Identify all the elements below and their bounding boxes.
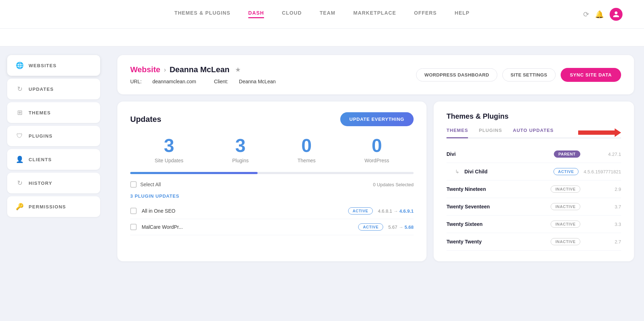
theme-row-twenty-sixteen: Twenty Sixteen INACTIVE 3.3 [447,216,621,233]
user-avatar[interactable] [610,8,623,21]
theme-row-twenty-nineteen: Twenty Nineteen INACTIVE 2.9 [447,181,621,198]
nav-help[interactable]: HELP [455,10,470,18]
nav-offers[interactable]: OFFERS [414,10,437,18]
theme-version-twenty-twenty: 2.7 [585,239,621,245]
panels-row: Updates UPDATE EVERYTHING 3 Site Updates… [117,102,634,261]
theme-name-twenty-sixteen: Twenty Sixteen [447,221,546,227]
breadcrumb-name: Deanna McLean [170,65,230,74]
sub-nav [0,29,644,46]
plugin-checkbox-aio[interactable] [130,208,137,214]
plugin-badge-malcare: ACTIVE [358,223,383,231]
theme-version-twenty-sixteen: 3.3 [585,222,621,227]
nav-cloud[interactable]: CLOUD [282,10,302,18]
sidebar-label-updates: UPDATES [29,87,54,92]
plugin-row-aio: All in One SEO ACTIVE 4.6.8.1 → 4.6.9.1 [130,203,414,219]
tab-auto-updates[interactable]: AUTO UPDATES [513,128,554,138]
sidebar-label-plugins: PLUGINS [29,133,53,139]
stat-label-wordpress: WordPress [365,158,389,163]
tab-themes[interactable]: THEMES [447,128,468,138]
star-icon[interactable]: ★ [235,66,241,74]
clients-icon: 👤 [16,155,24,163]
theme-name-twenty-twenty: Twenty Twenty [447,239,546,245]
site-settings-button[interactable]: SITE SETTINGS [502,68,556,82]
sidebar: 🌐 WEBSITES ↻ UPDATES ⊞ THEMES 🛡 PLUGINS … [0,46,107,321]
top-nav-right: ⟳ 🔔 [583,8,623,21]
updates-icon: ↻ [16,85,24,93]
page-header-left: Website › Deanna McLean ★ URL: deannamcl… [130,65,276,84]
stat-label-themes: Themes [298,158,316,163]
sidebar-item-permissions[interactable]: 🔑 PERMISSIONS [7,196,100,217]
theme-version-divi-child: 4.5.6.1597771821 [584,169,621,174]
stat-label-plugins: Plugins [232,158,249,163]
websites-icon: 🌐 [16,61,24,69]
page-header: Website › Deanna McLean ★ URL: deannamcl… [117,55,634,94]
theme-name-twenty-seventeen: Twenty Seventeen [447,204,546,209]
nav-team[interactable]: TEAM [319,10,335,18]
breadcrumb-arrow: › [164,66,166,74]
themes-plugins-panel: Themes & Plugins THEMES PLUGINS AUTO UPD… [434,102,634,261]
breadcrumb-website[interactable]: Website [130,65,160,74]
history-icon: ↻ [16,179,24,187]
page-header-right: WORDPRESS DASHBOARD SITE SETTINGS SYNC S… [416,68,621,82]
progress-bar-fill [130,172,258,174]
nav-dash[interactable]: DASH [248,10,264,18]
plugin-name-malcare: MalCare WordPr... [142,224,353,230]
plugin-row-malcare: MalCare WordPr... ACTIVE 5.67 → 5.68 [130,219,414,235]
plugin-version-malcare: 5.67 → 5.68 [388,224,414,230]
stats-row: 3 Site Updates 3 Plugins 0 Themes 0 Word… [130,136,414,163]
url-label: URL: [130,79,142,84]
sidebar-label-themes: THEMES [29,110,51,115]
theme-version-twenty-nineteen: 2.9 [585,187,621,192]
theme-badge-twenty-seventeen: INACTIVE [551,203,580,210]
wordpress-dashboard-button[interactable]: WORDPRESS DASHBOARD [416,68,497,82]
red-arrow [578,128,621,137]
theme-badge-divi-child: ACTIVE [553,168,579,175]
stat-number-plugins: 3 [232,136,249,155]
stat-wordpress: 0 WordPress [365,136,389,163]
content-area: Website › Deanna McLean ★ URL: deannamcl… [107,46,644,321]
sidebar-item-updates[interactable]: ↻ UPDATES [7,79,100,99]
sidebar-item-websites[interactable]: 🌐 WEBSITES [7,55,100,76]
main-layout: 🌐 WEBSITES ↻ UPDATES ⊞ THEMES 🛡 PLUGINS … [0,46,644,321]
plugin-checkbox-malcare[interactable] [130,224,137,230]
sidebar-item-themes[interactable]: ⊞ THEMES [7,102,100,123]
tab-plugins[interactable]: PLUGINS [479,128,502,138]
updates-panel: Updates UPDATE EVERYTHING 3 Site Updates… [117,102,426,261]
top-nav: THEMES & PLUGINS DASH CLOUD TEAM MARKETP… [0,0,644,29]
red-arrow-shape [578,128,621,137]
stat-plugins: 3 Plugins [232,136,249,163]
sync-site-data-button[interactable]: SYNC SITE DATA [561,68,621,82]
breadcrumb: Website › Deanna McLean ★ [130,65,276,74]
page-meta: URL: deannamclean.com Client: Deanna McL… [130,79,276,84]
plugin-badge-aio: ACTIVE [348,207,373,214]
select-all-label[interactable]: Select All [130,181,161,188]
notifications-button[interactable]: 🔔 [595,10,604,19]
theme-version-divi: 4.27.1 [585,152,621,157]
theme-name-divi: Divi [447,151,549,157]
sidebar-item-history[interactable]: ↻ HISTORY [7,173,100,193]
themes-icon: ⊞ [16,109,24,117]
sidebar-item-clients[interactable]: 👤 CLIENTS [7,149,100,170]
progress-bar-container [130,172,414,174]
update-everything-button[interactable]: UPDATE EVERYTHING [340,112,414,126]
stat-number-themes: 0 [298,136,316,155]
section-title: Themes & Plugins [447,112,621,120]
select-all-checkbox[interactable] [130,181,137,188]
nav-marketplace[interactable]: MARKETPLACE [353,10,396,18]
refresh-button[interactable]: ⟳ [583,10,589,19]
plugin-name-aio: All in One SEO [142,208,343,214]
tabs-row: THEMES PLUGINS AUTO UPDATES [447,128,621,138]
client-label: Client: [214,79,228,84]
theme-row-divi-child: ↳ Divi Child ACTIVE 4.5.6.1597771821 [447,163,621,181]
theme-badge-twenty-sixteen: INACTIVE [551,221,580,228]
theme-version-twenty-seventeen: 3.7 [585,204,621,209]
stat-themes: 0 Themes [298,136,316,163]
select-all-text: Select All [140,182,161,187]
plugin-version-aio: 4.6.8.1 → 4.6.9.1 [378,208,414,214]
sidebar-item-plugins[interactable]: 🛡 PLUGINS [7,126,100,146]
theme-badge-twenty-nineteen: INACTIVE [551,186,580,193]
nav-themes-plugins[interactable]: THEMES & PLUGINS [174,10,230,18]
stat-number-wordpress: 0 [365,136,389,155]
url-value: deannamclean.com [152,79,196,84]
client-value: Deanna McLean [239,79,276,84]
